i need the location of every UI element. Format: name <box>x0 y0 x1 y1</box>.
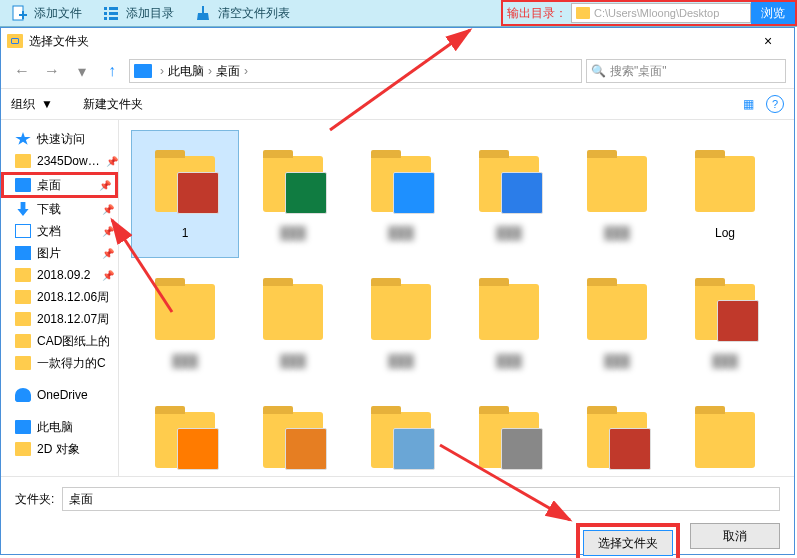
sidebar-item[interactable]: 此电脑 <box>1 416 118 438</box>
folder-item[interactable]: Mozilla Firefox <box>131 386 239 476</box>
folder-icon <box>145 404 225 476</box>
folder-icon <box>577 276 657 348</box>
titlebar: 选择文件夹 × <box>1 28 794 54</box>
sidebar-item[interactable]: 桌面📌 <box>1 172 118 198</box>
file-overlay-icon <box>393 428 435 470</box>
add-file-label: 添加文件 <box>34 5 82 22</box>
folder-icon <box>577 148 657 220</box>
folder-icon <box>253 404 333 476</box>
sidebar-item[interactable]: 图片📌 <box>1 242 118 264</box>
svg-rect-4 <box>109 7 118 10</box>
cloud-icon <box>15 388 31 402</box>
select-folder-button[interactable]: 选择文件夹 <box>583 530 673 556</box>
help-button[interactable]: ? <box>766 95 784 113</box>
sidebar-item[interactable]: CAD图纸上的 <box>1 330 118 352</box>
sidebar-item-label: 此电脑 <box>37 419 73 436</box>
command-bar: 组织 ▼ 新建文件夹 ▦ ? <box>1 88 794 120</box>
newfolder-button[interactable]: 新建文件夹 <box>83 96 143 113</box>
folder-icon <box>361 404 441 476</box>
search-input[interactable]: 🔍 搜索"桌面" <box>586 59 786 83</box>
sidebar-item-label: OneDrive <box>37 388 88 402</box>
breadcrumb-root[interactable]: 此电脑 <box>168 63 204 80</box>
item-label: 1 <box>182 226 189 240</box>
sidebar-item[interactable]: 一款得力的C <box>1 352 118 374</box>
navbar: ← → ▾ ↑ › 此电脑 › 桌面 › 🔍 搜索"桌面" <box>1 54 794 88</box>
folder-field[interactable] <box>62 487 780 511</box>
sidebar: 快速访问2345Dow…📌桌面📌下载📌文档📌图片📌2018.09.2📌2018.… <box>1 120 119 476</box>
item-label: ███ <box>388 226 414 240</box>
recent-button[interactable]: ▾ <box>69 58 95 84</box>
close-button[interactable]: × <box>748 33 788 49</box>
sidebar-item[interactable]: 2D 对象 <box>1 438 118 460</box>
folder-item[interactable]: ███ <box>239 130 347 258</box>
folder-item[interactable]: ProfResult <box>239 386 347 476</box>
folder-item[interactable]: tencent <box>563 386 671 476</box>
forward-button[interactable]: → <box>39 58 65 84</box>
sidebar-item-label: 2018.12.07周 <box>37 311 109 328</box>
item-label: ███ <box>280 354 306 368</box>
add-dir-button[interactable]: 添加目录 <box>92 0 184 26</box>
view-button[interactable]: ▦ <box>736 92 760 116</box>
add-dir-label: 添加目录 <box>126 5 174 22</box>
folder-item[interactable]: ███ <box>131 258 239 386</box>
sidebar-item[interactable]: 2018.12.06周 <box>1 286 118 308</box>
cad-overlay-icon <box>393 172 435 214</box>
sidebar-item[interactable]: 下载📌 <box>1 198 118 220</box>
dialog-footer: 文件夹: 选择文件夹 取消 <box>1 476 794 554</box>
folder-item[interactable]: ███ <box>347 258 455 386</box>
sidebar-item[interactable]: 2018.12.07周 <box>1 308 118 330</box>
folder-item[interactable]: ███ <box>239 258 347 386</box>
folder-item[interactable]: Temp <box>455 386 563 476</box>
browse-button[interactable]: 浏览 <box>751 2 795 24</box>
cancel-button[interactable]: 取消 <box>690 523 780 549</box>
select-button-highlight: 选择文件夹 <box>576 523 680 558</box>
svg-rect-3 <box>104 7 107 10</box>
folder-item[interactable]: ███ <box>455 130 563 258</box>
dl-icon <box>15 202 31 216</box>
clear-list-button[interactable]: 清空文件列表 <box>184 0 300 26</box>
svg-rect-5 <box>104 12 107 15</box>
folder-icon <box>15 268 31 282</box>
sidebar-item[interactable]: 2018.09.2📌 <box>1 264 118 286</box>
organize-button[interactable]: 组织 <box>11 96 35 113</box>
folder-item[interactable]: ███ <box>347 130 455 258</box>
folder-icon <box>685 276 765 348</box>
app-toolbar: 添加文件 添加目录 清空文件列表 输出目录： C:\Users\Mloong\D… <box>0 0 797 27</box>
folder-item[interactable]: ███ <box>563 258 671 386</box>
broom-icon <box>194 4 212 22</box>
folder-item[interactable]: ███ <box>563 130 671 258</box>
sidebar-item[interactable]: OneDrive <box>1 384 118 406</box>
doc-icon <box>15 224 31 238</box>
folder-item[interactable]: ███ <box>671 386 779 476</box>
folder-picker-dialog: 选择文件夹 × ← → ▾ ↑ › 此电脑 › 桌面 › 🔍 搜索"桌面" 组织… <box>0 27 795 555</box>
sidebar-item[interactable]: 快速访问 <box>1 128 118 150</box>
back-button[interactable]: ← <box>9 58 35 84</box>
folder-field-label: 文件夹: <box>15 491 54 508</box>
add-file-button[interactable]: 添加文件 <box>0 0 92 26</box>
up-button[interactable]: ↑ <box>99 58 125 84</box>
svg-rect-2 <box>22 11 24 19</box>
folder-icon <box>469 404 549 476</box>
folder-icon <box>685 148 765 220</box>
output-dir-path[interactable]: C:\Users\Mloong\Desktop <box>571 3 751 23</box>
folder-item[interactable]: Log <box>671 130 779 258</box>
doc-overlay-icon <box>501 172 543 214</box>
address-bar[interactable]: › 此电脑 › 桌面 › <box>129 59 582 83</box>
sidebar-item[interactable]: 2345Dow…📌 <box>1 150 118 172</box>
folder-item[interactable]: QQMusicLyric <box>347 386 455 476</box>
item-label: ███ <box>172 354 198 368</box>
output-dir-group: 输出目录： C:\Users\Mloong\Desktop 浏览 <box>501 0 797 26</box>
item-label: ███ <box>604 354 630 368</box>
item-label: Log <box>715 226 735 240</box>
content-area[interactable]: 1████████████Log██████████████████Mozill… <box>119 120 794 476</box>
sidebar-item[interactable]: 文档📌 <box>1 220 118 242</box>
folder-icon <box>15 442 31 456</box>
folder-item[interactable]: ███ <box>671 258 779 386</box>
breadcrumb-current[interactable]: 桌面 <box>216 63 240 80</box>
folder-item[interactable]: 1 <box>131 130 239 258</box>
folder-icon <box>577 404 657 476</box>
img-overlay-icon <box>609 428 651 470</box>
folder-icon <box>685 404 765 476</box>
folder-item[interactable]: ███ <box>455 258 563 386</box>
pin-icon: 📌 <box>102 226 114 237</box>
